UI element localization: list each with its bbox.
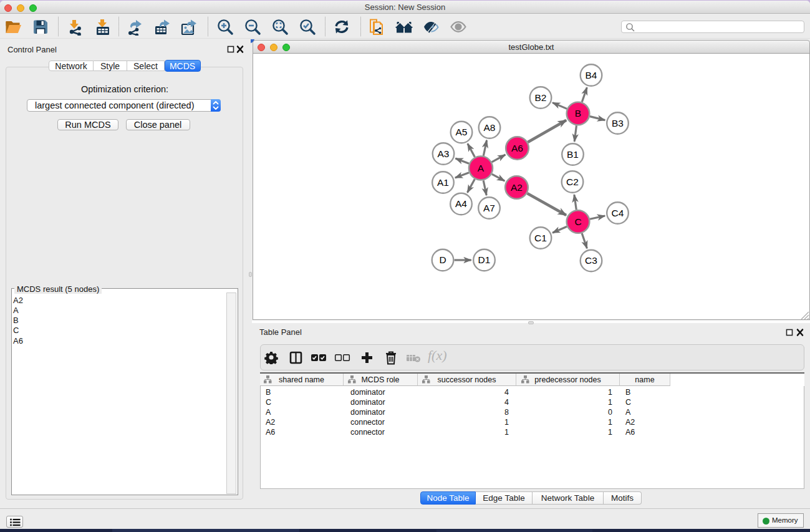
svg-text:A3: A3 xyxy=(438,148,450,159)
svg-text:A2: A2 xyxy=(511,182,523,193)
svg-text:A7: A7 xyxy=(483,203,495,213)
svg-text:B: B xyxy=(575,108,581,118)
svg-text:B4: B4 xyxy=(586,70,597,80)
svg-text:B3: B3 xyxy=(612,118,624,128)
svg-text:A1: A1 xyxy=(437,177,449,188)
svg-text:A6: A6 xyxy=(511,143,523,153)
svg-text:D: D xyxy=(439,254,446,265)
svg-text:B1: B1 xyxy=(567,149,579,160)
svg-text:A8: A8 xyxy=(484,122,496,133)
svg-text:C1: C1 xyxy=(534,233,547,243)
svg-text:C3: C3 xyxy=(585,255,597,266)
svg-text:A: A xyxy=(478,163,485,173)
svg-text:C: C xyxy=(574,216,581,227)
svg-text:A4: A4 xyxy=(455,198,467,209)
svg-text:B2: B2 xyxy=(535,92,547,103)
svg-text:D1: D1 xyxy=(478,254,491,265)
svg-text:C2: C2 xyxy=(566,177,579,187)
svg-text:A5: A5 xyxy=(456,127,468,137)
svg-text:C4: C4 xyxy=(612,208,624,218)
